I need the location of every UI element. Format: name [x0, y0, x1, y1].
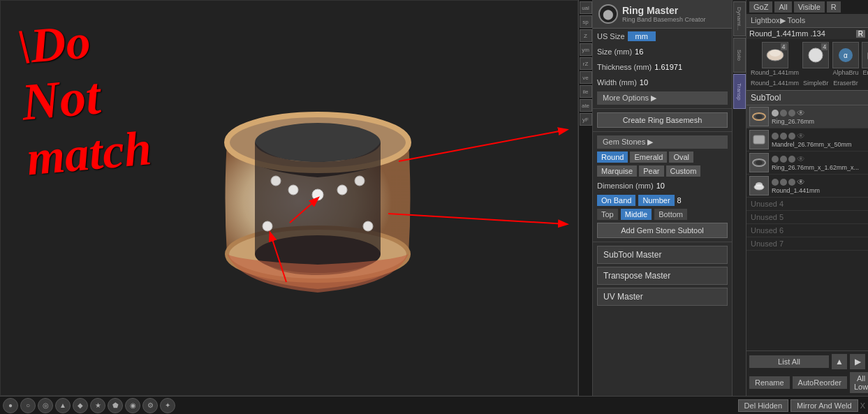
visible-btn[interactable]: Visible — [794, 1, 825, 13]
tool-strip-btn-ym[interactable]: ym — [580, 43, 592, 56]
gem-marquise-btn[interactable]: Marquise — [597, 165, 637, 177]
del-hidden-btn[interactable]: Del Hidden — [738, 399, 788, 412]
st-eye-3[interactable]: 👁 — [797, 154, 805, 164]
gem-type-row: Round Emerald Oval — [593, 150, 732, 164]
tool-label-simplebr: SimpleBr — [802, 78, 830, 87]
rename-btn[interactable]: Rename — [749, 376, 790, 389]
viewport[interactable]: \Do Not match — [0, 0, 578, 396]
tool-strip-btn-ile[interactable]: ile — [580, 85, 592, 98]
dimension-label: Dimension (mm) — [597, 182, 654, 190]
list-all-btn[interactable]: List All — [749, 355, 829, 368]
tool-thumb-alpha[interactable]: 4 — [802, 42, 829, 68]
bottom-icon-4[interactable]: ▲ — [55, 398, 71, 413]
all-btn[interactable]: All — [774, 1, 791, 13]
solo-btn[interactable]: Solo — [733, 38, 746, 73]
bottom-icon-3[interactable]: ◎ — [38, 398, 53, 413]
subtool-thumb-round — [749, 176, 769, 195]
gem-custom-btn[interactable]: Custom — [666, 165, 701, 177]
arrow-up-btn[interactable]: ▲ — [832, 354, 847, 369]
gem-stones-btn[interactable]: Gem Stones ▶ — [597, 135, 728, 149]
dimension-row: Dimension (mm) 10 — [593, 178, 732, 193]
goz-btn[interactable]: GoZ — [749, 1, 772, 13]
st-eye-2[interactable]: 👁 — [797, 131, 805, 141]
subtool-item-round[interactable]: 👁 Round_1.441mm — [746, 175, 868, 198]
ring-model — [185, 87, 450, 310]
svg-rect-24 — [753, 135, 765, 144]
position-row: Top Middle Bottom — [593, 207, 732, 221]
thickness-label: Thickness (mm) — [597, 63, 652, 71]
tool-thumb-round2: Round_1.441mm — [749, 78, 800, 87]
fr-bottom: List All ▲ ▶ Rename AutoReorder All Low … — [746, 350, 868, 396]
thickness-value: 1.61971 — [654, 63, 682, 71]
tool-strip: ual sp Z ym rZ ve ile ate yF — [578, 0, 592, 396]
bottom-icon-9[interactable]: ⚙ — [142, 398, 158, 413]
on-band-btn[interactable]: On Band — [597, 195, 635, 206]
x-badge: X — [860, 401, 865, 410]
ring-master-title: Ring Master — [622, 5, 706, 16]
unused-6: Unused 6 — [746, 224, 868, 237]
tool-strip-btn-rz[interactable]: rZ — [580, 57, 592, 70]
gem-pear-btn[interactable]: Pear — [639, 165, 663, 177]
gem-emerald-btn[interactable]: Emerald — [630, 151, 667, 163]
add-gem-subtool-btn[interactable]: Add Gem Stone Subtool — [597, 223, 728, 238]
pos-top-btn[interactable]: Top — [597, 209, 618, 220]
subtool-item-mandrel[interactable]: 👁 Mandrel_26.76mm_x_50mm — [746, 128, 868, 151]
subtool-name-ring: Ring_26.76mm — [772, 118, 865, 125]
tool-strip-btn-sp[interactable]: sp — [580, 15, 592, 28]
all-low-btn[interactable]: All Low — [850, 372, 868, 393]
subtool-thumb-ring2 — [749, 153, 769, 172]
uv-master-btn[interactable]: UV Master — [597, 288, 728, 306]
st-dot-3a — [772, 156, 779, 163]
autoreorder-btn[interactable]: AutoReorder — [793, 376, 847, 389]
st-dot-3c — [788, 156, 795, 163]
st-dot-4b — [780, 179, 787, 186]
mirror-weld-btn[interactable]: Mirror And Weld — [790, 399, 858, 412]
tool-strip-btn-ate[interactable]: ate — [580, 99, 592, 112]
bottom-icon-1[interactable]: ● — [3, 398, 18, 413]
tool-strip-btn-ve[interactable]: ve — [580, 71, 592, 84]
tool-thumb-3: α AlphaBru — [832, 42, 860, 77]
bottom-icon-7[interactable]: ⬟ — [108, 398, 123, 413]
subtool-controls-3: 👁 — [772, 154, 865, 164]
more-options-btn[interactable]: More Options ▶ — [597, 91, 728, 105]
bottom-icon-8[interactable]: ◉ — [125, 398, 140, 413]
subtool-controls-2: 👁 — [772, 131, 865, 141]
tool-strip-btn-ual[interactable]: ual — [580, 1, 592, 14]
st-dot-1c — [788, 110, 795, 117]
st-dot-2b — [780, 133, 787, 140]
create-ring-basemesh-btn[interactable]: Create Ring Basemesh — [597, 112, 728, 128]
dynamic-btn[interactable]: Dynami... — [733, 1, 746, 36]
bottom-icon-10[interactable]: ✦ — [160, 398, 175, 413]
bottom-icon-6[interactable]: ★ — [90, 398, 105, 413]
transp-btn[interactable]: Transp — [733, 74, 746, 109]
bottom-icon-5[interactable]: ◆ — [73, 398, 88, 413]
number-btn[interactable]: Number — [638, 195, 674, 206]
unused-7: Unused 7 — [746, 237, 868, 251]
ring-master-panel: ⬤ Ring Master Ring Band Basemesh Creator… — [592, 0, 732, 396]
tools-grid: 4 Round_1.441mm 4 — [746, 39, 868, 90]
gem-oval-btn[interactable]: Oval — [669, 151, 693, 163]
arrow-right-btn[interactable]: ▶ — [850, 354, 865, 369]
r-btn[interactable]: R — [827, 1, 841, 13]
tool-thumb-eraserbru[interactable] — [862, 42, 868, 68]
tool-thumb-alphabru[interactable]: α — [832, 42, 859, 68]
tool-thumb-1: 4 Round_1.441mm — [749, 42, 800, 77]
st-eye-1[interactable]: 👁 — [797, 108, 805, 118]
tool-strip-btn-z[interactable]: Z — [580, 29, 592, 42]
subtool-master-btn[interactable]: SubTool Master — [597, 246, 728, 264]
gem-round-btn[interactable]: Round — [597, 151, 628, 163]
bottom-icon-2[interactable]: ○ — [20, 398, 36, 413]
subtool-item-ring[interactable]: 👁 Ring_26.76mm — [746, 105, 868, 128]
st-eye-4[interactable]: 👁 — [797, 177, 805, 187]
transpose-master-btn[interactable]: Transpose Master — [597, 267, 728, 285]
tool-strip-btn-yf[interactable]: yF — [580, 113, 592, 126]
subtool-item-ring2[interactable]: 👁 Ring_26.76mm_x_1.62mm_x... — [746, 151, 868, 175]
fr-top-bar: GoZ All Visible R — [746, 0, 868, 14]
tool-label-1: Round_1.441mm — [749, 68, 800, 77]
ring-master-header: ⬤ Ring Master Ring Band Basemesh Creator — [593, 0, 732, 29]
pos-middle-btn[interactable]: Middle — [621, 209, 652, 220]
pos-bottom-btn[interactable]: Bottom — [654, 209, 687, 220]
tool-thumb-round[interactable]: 4 — [762, 42, 788, 68]
us-size-value[interactable]: mm — [628, 31, 656, 41]
tool-thumb-2: 4 — [802, 42, 830, 77]
